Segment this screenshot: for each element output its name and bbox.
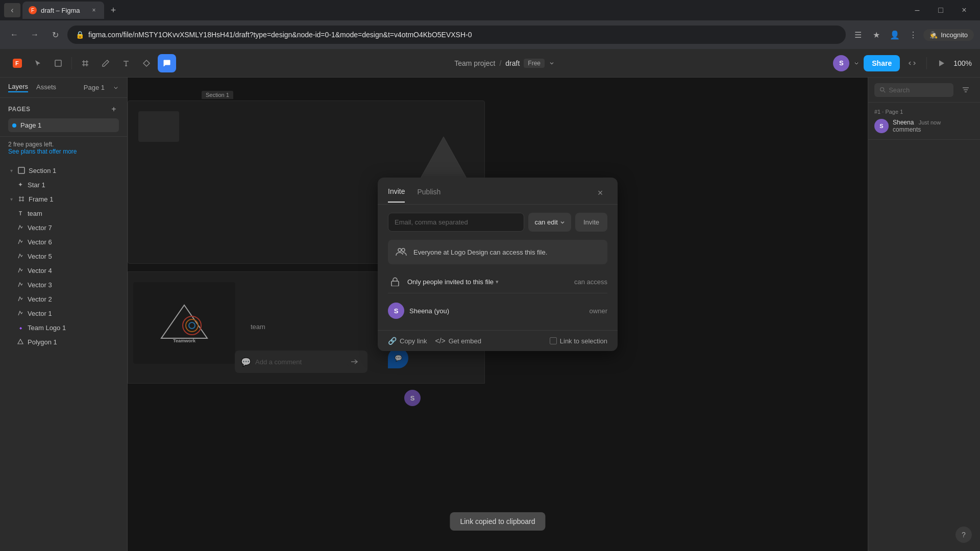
layer-name-star1: Star 1 [28,181,119,189]
modal-tab-invite[interactable]: Invite [388,187,405,203]
share-button[interactable]: Share [864,55,900,71]
minimize-btn[interactable]: – [905,0,929,20]
tool-separator-2 [926,57,927,69]
comment-avatar: S [874,119,889,133]
page-dropdown-icon [113,85,119,91]
help-btn[interactable]: ? [955,527,972,543]
frame-tool[interactable] [76,54,94,72]
comment-panel: #1 · Page 1 S Sheena Just now comments [868,103,980,140]
access-label[interactable]: Only people invited to this file ▾ [407,278,569,286]
page-name-1: Page 1 [20,121,41,129]
project-name: Team project [454,59,495,67]
layer-vector-2[interactable]: Vector 2 [0,292,127,306]
copy-link-btn[interactable]: 🔗 Copy link [388,337,427,345]
nav-forward-btn[interactable]: → [27,27,43,43]
address-text: figma.com/file/nMSTY1OKvvXSMLY18HsH41/dr… [88,31,838,39]
can-edit-btn[interactable]: can edit [528,213,571,232]
comment-user-row: S Sheena Just now comments [874,119,974,133]
layer-name-vec7: Vector 7 [28,224,119,232]
layer-team-text[interactable]: T team [0,206,127,220]
right-panel-top [868,78,980,103]
link-selection-checkbox[interactable] [550,337,557,344]
comment-time: Just now [919,119,941,126]
svg-point-12 [398,248,401,252]
section-icon [17,166,26,174]
layer-vector-4[interactable]: Vector 4 [0,263,127,278]
tab-close-btn[interactable]: × [90,6,98,14]
filter-btn[interactable] [958,82,974,98]
share-modal: Invite Publish × can edit Invite [378,178,618,351]
layer-name-poly1: Polygon 1 [28,338,119,346]
free-notice-line1: 2 free pages left. [8,141,119,148]
figma-center-area: Team project / draft Free [180,59,829,68]
user-row-sheena: S Sheena (you) owner [388,299,607,322]
move-tool[interactable] [29,54,47,72]
profile-btn[interactable]: 👤 [887,27,903,43]
extensions-btn[interactable]: ☰ [850,27,866,43]
scale-tool[interactable] [49,54,67,72]
bookmark-btn[interactable]: ★ [868,27,885,43]
layer-section-1[interactable]: ▾ Section 1 [0,163,127,178]
nav-back-btn[interactable]: ← [6,27,22,43]
pages-header: Pages + [8,104,119,114]
modal-tab-publish[interactable]: Publish [417,188,440,202]
tab-nav-back[interactable]: ‹ [4,3,20,17]
comment-text: comments [893,126,974,133]
pencil-tool[interactable] [96,54,115,72]
canvas-area[interactable]: Section 1 [128,78,868,551]
layer-polygon-1[interactable]: Polygon 1 [0,335,127,349]
window-controls: – □ × [905,0,976,20]
layer-name-vec4: Vector 4 [28,267,119,274]
invite-send-btn[interactable]: Invite [575,213,607,232]
get-embed-btn[interactable]: </> Get embed [435,337,481,345]
comment-info: Sheena Just now comments [893,119,974,133]
search-input[interactable] [889,86,948,94]
add-page-btn[interactable]: + [109,104,119,114]
tab-layers[interactable]: Layers [8,83,28,92]
close-window-btn[interactable]: × [952,0,976,20]
layer-name-frame1: Frame 1 [29,195,119,203]
vector-icon-7 [16,223,24,232]
layer-frame-1[interactable]: ▾ Frame 1 [0,192,127,206]
menu-btn[interactable]: F [8,54,27,72]
layer-vector-7[interactable]: Vector 7 [0,220,127,235]
vector-icon-1 [16,309,24,317]
search-bar[interactable] [874,83,953,97]
text-layer-icon: T [16,209,24,217]
page-label[interactable]: Page 1 [84,84,105,91]
lock-icon-wrap [388,274,402,289]
browser-tab-figma[interactable]: F draft – Figma × [22,2,104,19]
tab-assets[interactable]: Assets [36,83,56,92]
address-bar[interactable]: 🔒 figma.com/file/nMSTY1OKvvXSMLY18HsH41/… [67,26,846,44]
layer-name-vec3: Vector 3 [28,281,119,289]
page-item-1[interactable]: Page 1 [8,118,119,132]
layer-vector-5[interactable]: Vector 5 [0,249,127,263]
text-tool[interactable] [117,54,135,72]
free-notice-link[interactable]: See plans that offer more [8,148,77,155]
svg-point-13 [402,248,405,252]
layer-team-logo[interactable]: ⬥ Team Logo 1 [0,320,127,335]
components-tool[interactable] [137,54,156,72]
pages-title: Pages [8,106,31,113]
code-view-btn[interactable] [904,55,920,71]
modal-header: Invite Publish × [378,178,618,205]
layer-vector-3[interactable]: Vector 3 [0,278,127,292]
new-tab-button[interactable]: + [106,3,120,17]
link-to-selection: Link to selection [550,337,607,345]
modal-close-btn[interactable]: × [593,186,607,200]
svg-rect-14 [391,281,399,286]
play-btn[interactable] [933,55,949,71]
sheena-avatar: S [388,303,404,319]
plan-badge: Free [524,59,545,68]
layer-vector-1[interactable]: Vector 1 [0,306,127,320]
layer-vector-6[interactable]: Vector 6 [0,235,127,249]
maximize-btn[interactable]: □ [929,0,952,20]
people-icon [394,245,408,259]
nav-refresh-btn[interactable]: ↻ [47,27,63,43]
figma-app: F [0,49,980,551]
comment-tool[interactable] [158,54,176,72]
settings-btn[interactable]: ⋮ [905,27,921,43]
layer-star-1[interactable]: ✦ Star 1 [0,178,127,192]
tab-favicon-figma: F [29,6,37,14]
email-input[interactable] [388,213,524,232]
